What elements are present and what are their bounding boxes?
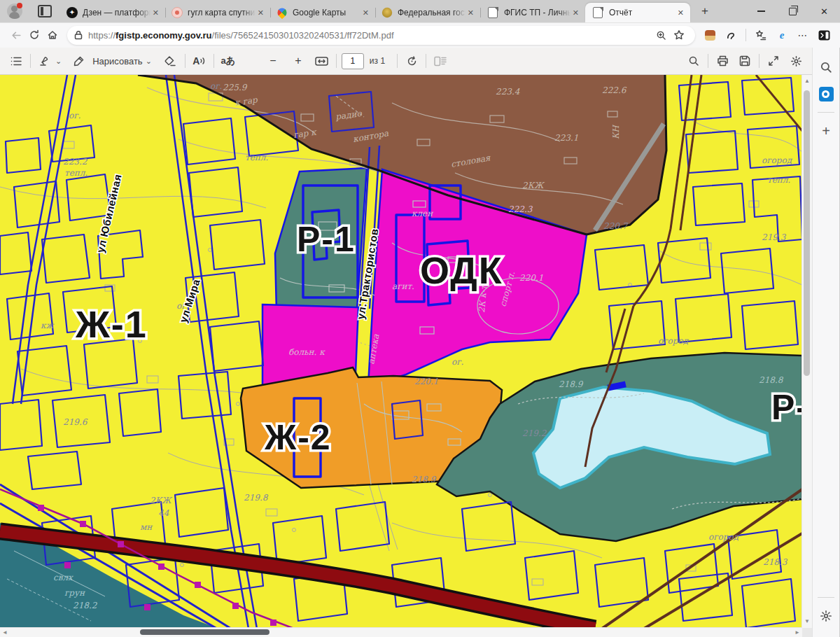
map-annotation: 220.1 [519,273,543,283]
zone-label: Р- [771,388,802,427]
horizontal-scroll-thumb[interactable] [140,629,270,635]
vertical-scrollbar[interactable]: ▲ ▼ [802,75,812,628]
pdf-viewer: ⌄ Нарисовать ⌄ A aあ − + из 1 [0,48,812,637]
browser-tab[interactable]: Отчёт ✕ [585,3,690,22]
tab-favicon [66,7,78,18]
map-annotation: 222.3 [508,204,533,214]
map-annotation: 218.9 [559,379,584,389]
new-tab-button[interactable]: + [697,4,713,18]
scroll-down-icon[interactable]: ▼ [802,617,812,626]
map-annotation: агит. [392,281,414,291]
scroll-up-icon[interactable]: ▲ [802,76,812,86]
scroll-left-icon[interactable]: ◄ [0,628,10,637]
translate-icon[interactable]: aあ [219,51,237,71]
content-area: ⌄ Нарисовать ⌄ A aあ − + из 1 [0,48,840,637]
save-icon[interactable] [736,51,754,71]
map-annotation: 219.3 [762,232,787,242]
map-annotation: 223.4 [496,87,520,97]
bear-extension-icon[interactable] [701,26,719,44]
pdf-search-icon[interactable] [685,51,703,71]
map-annotation: клен [412,209,433,218]
ie-mode-icon[interactable]: e [773,26,791,44]
tab-favicon [488,7,498,18]
browser-tab[interactable]: Федеральная госу ✕ [375,3,480,22]
map-annotation: тепл. [767,175,790,185]
url-field[interactable]: https://fgistp.economy.gov.ru/files/7565… [67,26,695,45]
restore-button[interactable] [777,0,808,22]
favorites-bar-icon[interactable] [752,26,770,44]
back-button[interactable] [7,26,25,44]
map-annotation: 222.6 [602,85,627,95]
sidebar-add-icon[interactable]: + [816,121,836,141]
draw-chevron-icon[interactable]: ⌄ [146,57,152,66]
draw-label[interactable]: Нарисовать [92,56,142,66]
lock-icon [74,30,83,40]
eraser-icon[interactable] [162,51,180,71]
browser-window: { "browser": { "tabs": [ {"label":"Дзен … [0,0,840,637]
browser-tab[interactable]: ФГИС ТП - Личны ✕ [480,3,585,22]
close-button[interactable]: ✕ [808,0,840,22]
map-annotation: 44 [158,508,169,518]
map-annotation: больн. к [288,347,326,357]
extension-icons: e ⋯ [701,26,833,44]
map-annotation: ог. [69,111,80,120]
workspaces-icon[interactable] [38,5,52,18]
page-number-input[interactable] [342,53,364,69]
tab-close-icon[interactable]: ✕ [676,8,686,18]
tab-close-icon[interactable]: ✕ [360,8,371,18]
more-menu-icon[interactable]: ⋯ [794,26,812,44]
vertical-scroll-thumb[interactable] [804,90,810,376]
sidebar-settings-icon[interactable] [816,606,836,626]
browser-tab[interactable]: Google Карты ✕ [270,3,375,22]
zone-label: ОДК [420,249,503,291]
tab-label: Отчёт [609,8,676,18]
horizontal-scrollbar[interactable]: ◄ ► [0,627,802,637]
tab-close-icon[interactable]: ✕ [465,8,476,18]
map-annotation: огород [658,336,690,346]
print-icon[interactable] [713,51,732,71]
browser-tab[interactable]: гугл карта спутник ✕ [165,3,270,22]
highlighter-chevron-icon[interactable]: ⌄ [55,57,62,66]
scroll-right-icon[interactable]: ► [792,628,802,637]
tab-close-icon[interactable]: ✕ [255,8,266,18]
browser-tab[interactable]: Дзен — платформ ✕ [60,3,165,22]
tab-close-icon[interactable]: ✕ [570,8,581,18]
zone-label: Р-1 [297,220,356,259]
draw-pen-icon[interactable] [70,51,88,71]
zoom-out-icon[interactable]: − [264,51,282,71]
map-annotation: 223.1 [554,133,578,143]
shape-extension-icon[interactable] [722,26,740,44]
map-annotation: 220.1 [414,377,438,386]
refresh-button[interactable] [25,26,43,44]
map-annotation: огород [762,155,793,165]
map-annotation: 218.8 [759,375,784,385]
toc-icon[interactable] [7,51,25,71]
address-bar: https://fgistp.economy.gov.ru/files/7565… [0,22,840,48]
map-annotation: тепл. [245,153,268,162]
map-annotation: 219.8 [244,493,269,503]
map-annotation: кж [41,321,55,330]
map-annotation: 219.2 [522,428,547,438]
read-aloud-icon[interactable]: A [190,51,209,71]
page-count-label: из 1 [370,56,385,66]
sidebar-outlook-icon[interactable] [816,84,836,104]
tab-favicon [382,8,392,18]
zoom-in-icon[interactable]: + [289,51,307,71]
pdf-settings-icon[interactable] [787,51,805,71]
minimize-button[interactable] [746,0,777,22]
zoom-page-icon[interactable] [652,26,670,44]
map-annotation: грун [64,588,85,598]
tab-close-icon[interactable]: ✕ [150,8,161,18]
map-annotation: 218.9 [412,475,437,484]
home-button[interactable] [43,26,62,44]
rotate-icon[interactable] [402,51,421,71]
pdf-page-area[interactable]: 225.9к гаргар крадиоконторастоловая223.4… [0,75,812,637]
favorite-star-icon[interactable] [670,26,688,44]
sidebar-toggle-icon[interactable] [815,26,833,44]
map-annotation: огород [708,532,740,542]
expand-icon[interactable] [764,51,783,71]
highlighter-icon[interactable] [36,51,54,71]
sidebar-search-icon[interactable] [816,57,836,77]
tab-favicon [172,7,183,18]
fit-width-icon[interactable] [313,51,331,71]
